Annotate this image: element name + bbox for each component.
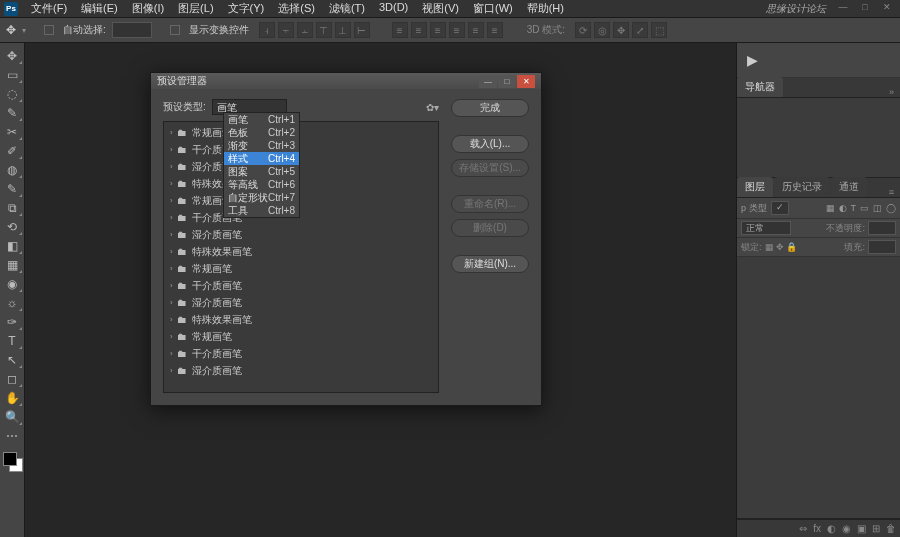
load-button[interactable]: 载入(L)... [451, 135, 529, 153]
filter-img-icon[interactable]: ▦ [826, 203, 835, 213]
opacity-input[interactable] [868, 221, 896, 235]
auto-select-checkbox[interactable] [44, 25, 54, 35]
type-tool[interactable]: T [1, 332, 23, 350]
play-icon[interactable]: ▶ [747, 52, 758, 68]
color-swatches[interactable] [0, 452, 24, 476]
minimize-button[interactable]: — [832, 0, 854, 14]
new-set-button[interactable]: 新建组(N)... [451, 255, 529, 273]
align-center-h-icon[interactable]: ⫟ [278, 22, 294, 38]
3d-5-icon[interactable]: ⬚ [651, 22, 667, 38]
menu-item[interactable]: 图像(I) [125, 1, 171, 16]
dropdown-option[interactable]: 工具Ctrl+8 [224, 204, 299, 217]
align-left-icon[interactable]: ⫞ [259, 22, 275, 38]
edit-toolbar-button[interactable]: ⋯ [1, 427, 23, 445]
dropdown-option[interactable]: 自定形状Ctrl+7 [224, 191, 299, 204]
blur-tool[interactable]: ◉ [1, 275, 23, 293]
preset-folder-item[interactable]: ›🖿湿介质画笔 [164, 226, 438, 243]
dropdown-option[interactable]: 等高线Ctrl+6 [224, 178, 299, 191]
dialog-close-button[interactable]: ✕ [517, 75, 535, 88]
3d-3-icon[interactable]: ✥ [613, 22, 629, 38]
crop-tool[interactable]: ✂ [1, 123, 23, 141]
filter-adj-icon[interactable]: ◐ [839, 203, 847, 213]
lasso-tool[interactable]: ◌ [1, 85, 23, 103]
dropdown-option[interactable]: 渐变Ctrl+3 [224, 139, 299, 152]
panel-tab[interactable]: 图层 [737, 177, 773, 197]
menu-item[interactable]: 文字(Y) [221, 1, 272, 16]
rename-button[interactable]: 重命名(R)... [451, 195, 529, 213]
panel-collapse-icon[interactable]: » [883, 87, 900, 97]
preset-settings-icon[interactable]: ✿▾ [426, 102, 439, 113]
dropdown-option[interactable]: 画笔Ctrl+1 [224, 113, 299, 126]
preset-folder-item[interactable]: ›🖿干介质画笔 [164, 209, 438, 226]
panel-tab[interactable]: 通道 [831, 177, 867, 197]
preset-folder-item[interactable]: ›🖿湿介质画笔 [164, 362, 438, 379]
foreground-color-swatch[interactable] [3, 452, 17, 466]
align-right-icon[interactable]: ⫠ [297, 22, 313, 38]
eraser-tool[interactable]: ◧ [1, 237, 23, 255]
spot-heal-tool[interactable]: ◍ [1, 161, 23, 179]
history-brush-tool[interactable]: ⟲ [1, 218, 23, 236]
dialog-maximize-button[interactable]: □ [498, 75, 516, 88]
move-tool[interactable]: ✥ [1, 47, 23, 65]
3d-1-icon[interactable]: ⟳ [575, 22, 591, 38]
done-button[interactable]: 完成 [451, 99, 529, 117]
kind-filter-dropdown[interactable]: ✓ [771, 201, 789, 215]
preset-folder-item[interactable]: ›🖿干介质画笔 [164, 345, 438, 362]
preset-list[interactable]: ›🖿常规画笔›🖿干介质画笔›🖿湿介质画笔›🖿特殊效果画笔›🖿常规画笔›🖿干介质画… [163, 121, 439, 393]
dist-1-icon[interactable]: ≡ [392, 22, 408, 38]
delete-button[interactable]: 删除(D) [451, 219, 529, 237]
brush-tool[interactable]: ✎ [1, 180, 23, 198]
filter-toggle-icon[interactable]: ◯ [886, 203, 896, 213]
preset-folder-item[interactable]: ›🖿特殊效果画笔 [164, 243, 438, 260]
adjustment-layer-icon[interactable]: ◉ [842, 523, 851, 534]
menu-item[interactable]: 帮助(H) [520, 1, 571, 16]
align-bottom-icon[interactable]: ⊢ [354, 22, 370, 38]
panel-menu-icon[interactable]: ≡ [883, 187, 900, 197]
marquee-tool[interactable]: ▭ [1, 66, 23, 84]
save-set-button[interactable]: 存储设置(S)... [451, 159, 529, 177]
dist-5-icon[interactable]: ≡ [468, 22, 484, 38]
filter-shape-icon[interactable]: ▭ [860, 203, 869, 213]
3d-2-icon[interactable]: ◎ [594, 22, 610, 38]
show-transform-checkbox[interactable] [170, 25, 180, 35]
new-group-icon[interactable]: ▣ [857, 523, 866, 534]
quick-select-tool[interactable]: ✎ [1, 104, 23, 122]
menu-item[interactable]: 视图(V) [415, 1, 466, 16]
pen-tool[interactable]: ✑ [1, 313, 23, 331]
align-middle-icon[interactable]: ⊥ [335, 22, 351, 38]
blend-mode-dropdown[interactable]: 正常 [741, 221, 791, 235]
preset-folder-item[interactable]: ›🖿湿介质画笔 [164, 294, 438, 311]
maximize-button[interactable]: □ [854, 0, 876, 14]
link-layers-icon[interactable]: ⇔ [799, 523, 807, 534]
menu-item[interactable]: 编辑(E) [74, 1, 125, 16]
dist-2-icon[interactable]: ≡ [411, 22, 427, 38]
dropdown-option[interactable]: 图案Ctrl+5 [224, 165, 299, 178]
gradient-tool[interactable]: ▦ [1, 256, 23, 274]
close-button[interactable]: ✕ [876, 0, 898, 14]
layer-mask-icon[interactable]: ◐ [827, 523, 836, 534]
preset-folder-item[interactable]: ›🖿湿介质画笔 [164, 158, 438, 175]
layer-fx-icon[interactable]: fx [813, 523, 821, 534]
dialog-titlebar[interactable]: 预设管理器 — □ ✕ [151, 73, 541, 89]
preset-folder-item[interactable]: ›🖿特殊效果画笔 [164, 175, 438, 192]
eyedropper-tool[interactable]: ✐ [1, 142, 23, 160]
delete-layer-icon[interactable]: 🗑 [886, 523, 896, 534]
dist-4-icon[interactable]: ≡ [449, 22, 465, 38]
rectangle-tool[interactable]: ◻ [1, 370, 23, 388]
new-layer-icon[interactable]: ⊞ [872, 523, 880, 534]
lock-all-icon[interactable]: 🔒 [786, 242, 797, 252]
preset-folder-item[interactable]: ›🖿常规画笔 [164, 124, 438, 141]
filter-type-icon[interactable]: T [851, 203, 857, 213]
stamp-tool[interactable]: ⧉ [1, 199, 23, 217]
menu-item[interactable]: 滤镜(T) [322, 1, 372, 16]
menu-item[interactable]: 文件(F) [24, 1, 74, 16]
panel-tab[interactable]: 历史记录 [774, 177, 830, 197]
dropdown-option[interactable]: 样式Ctrl+4 [224, 152, 299, 165]
navigator-tab[interactable]: 导航器 [737, 77, 783, 97]
filter-smart-icon[interactable]: ◫ [873, 203, 882, 213]
dist-3-icon[interactable]: ≡ [430, 22, 446, 38]
dropdown-option[interactable]: 色板Ctrl+2 [224, 126, 299, 139]
menu-item[interactable]: 图层(L) [171, 1, 220, 16]
preset-folder-item[interactable]: ›🖿常规画笔 [164, 328, 438, 345]
auto-select-dropdown[interactable] [112, 22, 152, 38]
